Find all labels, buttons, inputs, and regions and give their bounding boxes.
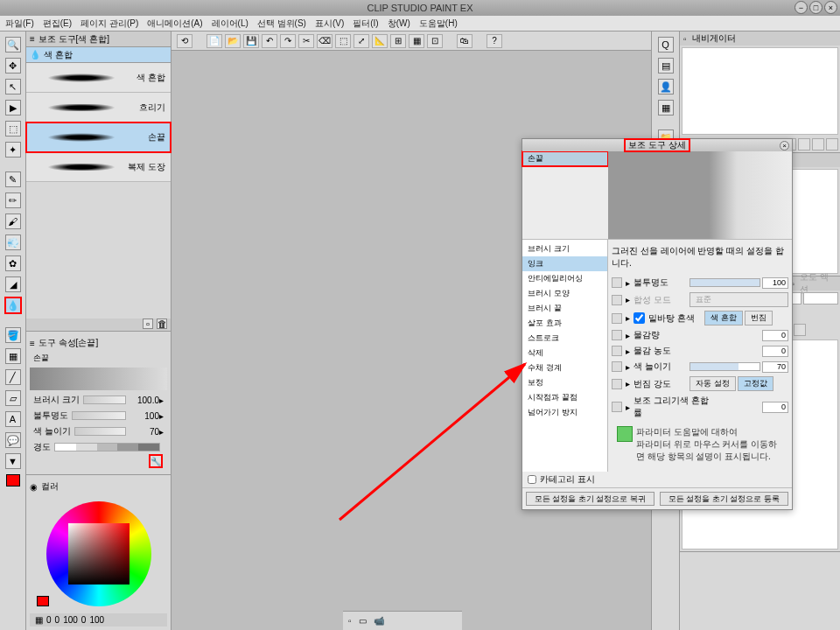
checkbox[interactable] <box>528 475 536 484</box>
text-tool[interactable]: A <box>5 411 21 427</box>
shape-tool[interactable]: ▱ <box>5 390 21 406</box>
ruler-icon[interactable]: 📐 <box>372 34 388 48</box>
cat-item-selected[interactable]: 잉크 <box>522 256 607 271</box>
delete-icon[interactable]: 🗑 <box>157 318 167 329</box>
balloon-tool[interactable]: 💬 <box>5 432 21 448</box>
pin-icon[interactable]: ▸ <box>626 278 630 288</box>
object-tool[interactable]: ↖ <box>5 79 21 94</box>
fit-icon[interactable] <box>812 138 824 150</box>
pin-icon[interactable]: ▸ <box>626 295 630 304</box>
menu-file[interactable]: 파일(F) <box>5 18 34 30</box>
menu-edit[interactable]: 편집(E) <box>43 18 72 30</box>
pin-icon[interactable]: ▸ <box>626 402 630 412</box>
rotate-icon[interactable] <box>826 138 838 150</box>
brush-row[interactable]: 흐리기 <box>26 93 171 122</box>
material1-icon[interactable]: ▤ <box>658 58 674 74</box>
caret-icon[interactable]: ▸ <box>159 427 164 437</box>
option[interactable]: 색 혼합 <box>704 311 743 326</box>
snap-icon[interactable]: ⊞ <box>390 34 406 48</box>
cat-item[interactable]: 브러시 크기 <box>522 242 607 256</box>
fill-tool[interactable]: 🪣 <box>5 327 21 343</box>
timeline-icon[interactable]: ▭ <box>359 616 367 626</box>
cat-item[interactable]: 시작점과 끝점 <box>522 390 607 405</box>
add-icon[interactable]: ▫ <box>143 318 153 329</box>
slider[interactable] <box>690 362 760 371</box>
pencil-tool[interactable]: ✏ <box>5 192 21 208</box>
store-icon[interactable]: 🛍 <box>457 34 472 48</box>
line-tool[interactable]: ╱ <box>5 369 21 385</box>
ruler-tool[interactable]: ▼ <box>5 453 21 469</box>
save-icon[interactable]: 💾 <box>243 34 259 48</box>
airbrush-tool[interactable]: 💨 <box>5 234 21 250</box>
material3-icon[interactable]: ▦ <box>658 100 674 116</box>
zoom-tool[interactable]: 🔍 <box>5 37 21 52</box>
caret-icon[interactable]: ▸ <box>159 411 164 421</box>
navigator-body[interactable] <box>682 47 838 135</box>
cat-item[interactable]: 살포 효과 <box>522 316 607 331</box>
pin-icon[interactable]: ▸ <box>626 346 630 356</box>
menu-page[interactable]: 페이지 관리(P) <box>80 18 138 30</box>
opacity-input[interactable] <box>803 292 838 304</box>
option[interactable]: 고정값 <box>738 376 774 391</box>
cat-item[interactable]: 수채 경계 <box>522 360 607 375</box>
pin-icon[interactable]: ▸ <box>626 379 630 388</box>
zoom-in-icon[interactable] <box>798 138 810 150</box>
clear-icon[interactable]: ⌫ <box>317 34 332 48</box>
close-button[interactable]: × <box>824 1 837 14</box>
slider-brushsize[interactable]: 브러시 크기100.0▸ <box>30 392 167 408</box>
subtool-group[interactable]: 💧 색 혼합 <box>26 47 171 63</box>
dialog-header[interactable]: 보조 도구 상세 × <box>522 139 792 151</box>
minimize-button[interactable]: − <box>794 1 808 14</box>
eye-icon[interactable] <box>612 277 622 288</box>
new-icon[interactable]: 📄 <box>206 34 222 48</box>
cat-item[interactable]: 안티에일리어싱 <box>522 271 607 286</box>
caret-icon[interactable]: ▸ <box>159 396 164 405</box>
eraser-tool[interactable]: ◢ <box>5 276 21 292</box>
value-input[interactable] <box>762 277 788 289</box>
color-swatch[interactable] <box>6 474 20 486</box>
page-icon[interactable]: ▫ <box>348 616 352 626</box>
quickaccess-icon[interactable]: Q <box>658 37 674 52</box>
marquee-tool[interactable]: ⬚ <box>5 121 21 136</box>
lt[interactable] <box>794 324 806 336</box>
color-wheel[interactable] <box>30 494 167 613</box>
undo-icon[interactable]: ↶ <box>262 34 277 48</box>
expand-icon[interactable]: ⤢ <box>354 34 369 48</box>
eye-icon[interactable] <box>612 330 622 340</box>
menu-select[interactable]: 선택 범위(S) <box>257 18 306 30</box>
wand-tool[interactable]: ✦ <box>5 142 21 158</box>
eye-icon[interactable] <box>612 402 622 412</box>
eye-icon[interactable] <box>612 379 622 389</box>
dropdown[interactable]: 표준 <box>690 292 788 307</box>
pin-icon[interactable]: ▸ <box>626 313 630 323</box>
canvas[interactable]: 보조 도구 상세 × 손끝 브러시 크기 잉크 안티에일리어싱 <box>172 51 651 630</box>
pick-tool[interactable]: ▶ <box>5 100 21 116</box>
cat-item[interactable]: 보정 <box>522 375 607 390</box>
redo-icon[interactable]: ↷ <box>280 34 296 48</box>
wrench-button[interactable]: 🔧 <box>150 455 162 467</box>
brush-row-selected[interactable]: 손끝 <box>26 122 171 152</box>
dialog-tab[interactable]: 손끝 <box>522 151 608 166</box>
slider-opacity[interactable]: 불투명도100▸ <box>30 408 167 424</box>
slider-hardness[interactable]: 경도 <box>30 439 167 455</box>
menu-filter[interactable]: 필터(I) <box>353 18 378 30</box>
help-icon[interactable]: ? <box>486 34 502 48</box>
register-button[interactable]: 모든 설정을 초기 설정으로 등록 <box>660 492 788 506</box>
slider[interactable] <box>690 278 760 287</box>
blend-tool[interactable]: 💧 <box>5 298 21 313</box>
refresh-icon[interactable]: ⟲ <box>177 34 192 48</box>
menu-layer[interactable]: 레이어(L) <box>212 18 248 30</box>
material2-icon[interactable]: 👤 <box>658 79 674 94</box>
maximize-button[interactable]: □ <box>809 1 822 14</box>
checkbox[interactable] <box>634 312 645 324</box>
menu-view[interactable]: 표시(V) <box>315 18 344 30</box>
pin-icon[interactable]: ▸ <box>626 362 630 372</box>
menu-window[interactable]: 창(W) <box>388 18 410 30</box>
brush-row[interactable]: 복제 도장 <box>26 152 171 182</box>
cat-item[interactable]: 삭제 <box>522 346 607 360</box>
reset-button[interactable]: 모든 설정을 초기 설정으로 복귀 <box>526 492 654 506</box>
gradient-tool[interactable]: ▦ <box>5 348 21 364</box>
slider-stretch[interactable]: 색 늘이기70▸ <box>30 424 167 439</box>
brush-tool[interactable]: 🖌 <box>5 214 21 229</box>
select-icon[interactable]: ⬚ <box>335 34 351 48</box>
